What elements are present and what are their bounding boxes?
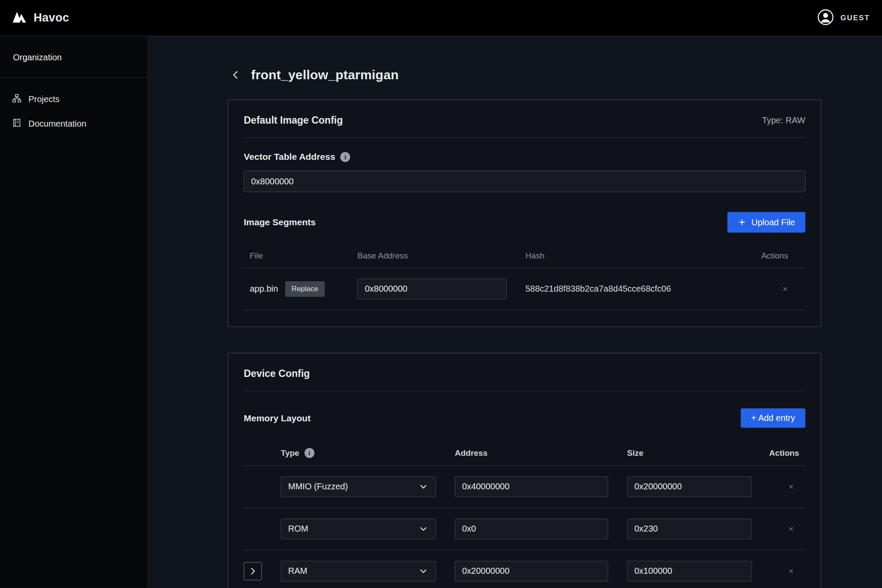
sidebar-item-label: Projects <box>28 94 59 104</box>
brand-name: Havoc <box>34 11 69 25</box>
memory-row: MMIO (Fuzzed) <box>244 466 805 508</box>
topbar: Havoc GUEST <box>0 0 882 36</box>
sidebar-item-label: Documentation <box>28 119 87 129</box>
memory-type-select[interactable]: MMIO (Fuzzed) <box>281 476 436 497</box>
memory-table-header: Type i Address Size Actions <box>244 441 805 466</box>
add-entry-button[interactable]: + Add entry <box>741 408 805 428</box>
col-type-label: Type <box>281 448 299 458</box>
sidebar-item-projects[interactable]: Projects <box>0 87 148 112</box>
brand[interactable]: Havoc <box>12 11 69 25</box>
expand-row-button[interactable] <box>244 562 262 580</box>
sidebar-nav: Projects Documentation <box>0 78 148 136</box>
chevron-down-icon <box>418 482 429 492</box>
col-actions: Actions <box>769 448 811 458</box>
memory-size-input[interactable] <box>627 476 752 497</box>
col-size: Size <box>627 448 769 458</box>
field-label-text: Vector Table Address <box>244 152 335 162</box>
col-base-address: Base Address <box>357 251 525 261</box>
selected-option: RAM <box>288 566 307 576</box>
card-title: Device Config <box>244 368 310 380</box>
memory-layout-head: Memory Layout + Add entry <box>244 408 805 428</box>
avatar-icon <box>817 9 834 28</box>
memory-size-input[interactable] <box>627 519 752 539</box>
memory-layout-table: Type i Address Size Actions MMIO (Fuzzed… <box>244 441 805 588</box>
sidebar-item-documentation[interactable]: Documentation <box>0 112 148 136</box>
back-button[interactable] <box>228 67 243 83</box>
sidebar: Organization Projects <box>0 36 148 588</box>
file-hash: 588c21d8f838b2ca7a8d45cce68cfc06 <box>525 284 739 294</box>
col-type: Type i <box>281 448 455 458</box>
remove-entry-button[interactable] <box>788 478 805 495</box>
card-head: Device Config <box>244 353 805 391</box>
chevron-left-icon <box>230 69 241 81</box>
selected-option: ROM <box>288 524 308 534</box>
close-icon <box>788 566 794 576</box>
page-head: front_yellow_ptarmigan <box>228 67 822 83</box>
memory-layout-title: Memory Layout <box>244 413 311 423</box>
chevron-down-icon <box>418 524 429 534</box>
remove-entry-button[interactable] <box>788 520 805 538</box>
close-icon <box>782 284 788 294</box>
col-file: File <box>250 251 357 261</box>
close-icon <box>788 524 794 534</box>
page-title: front_yellow_ptarmigan <box>251 68 399 82</box>
upload-file-label: Upload File <box>752 218 795 227</box>
remove-segment-button[interactable] <box>782 280 799 298</box>
memory-address-input[interactable] <box>455 561 608 582</box>
col-actions: Actions <box>761 251 799 261</box>
selected-option: MMIO (Fuzzed) <box>288 482 348 492</box>
sidebar-section-organization: Organization <box>0 36 148 78</box>
device-config-card: Device Config Memory Layout + Add entry … <box>228 353 821 588</box>
file-name: app.bin <box>250 284 278 294</box>
close-icon <box>788 482 794 492</box>
memory-type-select[interactable]: RAM <box>281 561 436 582</box>
havoc-logo-icon <box>12 11 27 25</box>
replace-button[interactable]: Replace <box>285 281 325 297</box>
image-type-label: Type: RAW <box>762 115 805 125</box>
card-head: Default Image Config Type: RAW <box>244 100 805 138</box>
base-address-input[interactable] <box>357 279 506 299</box>
plus-icon <box>738 218 746 227</box>
user-menu[interactable]: GUEST <box>817 9 870 28</box>
user-name: GUEST <box>840 14 870 22</box>
memory-address-input[interactable] <box>455 476 608 497</box>
file-cell: app.bin Replace <box>250 281 357 297</box>
info-icon[interactable]: i <box>340 152 350 162</box>
book-icon <box>12 118 22 130</box>
image-segments-title: Image Segments <box>244 217 316 227</box>
upload-file-button[interactable]: Upload File <box>727 212 805 233</box>
info-icon[interactable]: i <box>304 448 314 458</box>
segments-table-header: File Base Address Hash Actions <box>244 244 805 268</box>
card-title: Default Image Config <box>244 115 343 126</box>
memory-type-select[interactable]: ROM <box>281 519 436 539</box>
col-hash: Hash <box>525 251 739 261</box>
chevron-right-icon <box>248 566 258 576</box>
vector-table-address-input[interactable] <box>244 171 805 192</box>
main-content: front_yellow_ptarmigan Default Image Con… <box>148 36 882 588</box>
memory-row: ROM <box>244 508 805 550</box>
image-segments-head: Image Segments Upload File <box>244 212 805 233</box>
memory-size-input[interactable] <box>627 561 752 582</box>
remove-entry-button[interactable] <box>788 563 805 580</box>
chevron-down-icon <box>418 566 429 576</box>
flow-icon <box>12 93 22 105</box>
segment-row: app.bin Replace 588c21d8f838b2ca7a8d45cc… <box>244 268 805 310</box>
memory-address-input[interactable] <box>455 519 608 539</box>
vector-table-address-label: Vector Table Address i <box>244 152 805 162</box>
segments-table: File Base Address Hash Actions app.bin R… <box>244 244 805 310</box>
memory-row: RAM <box>244 550 805 588</box>
col-address: Address <box>455 448 627 458</box>
default-image-config-card: Default Image Config Type: RAW Vector Ta… <box>228 100 821 327</box>
